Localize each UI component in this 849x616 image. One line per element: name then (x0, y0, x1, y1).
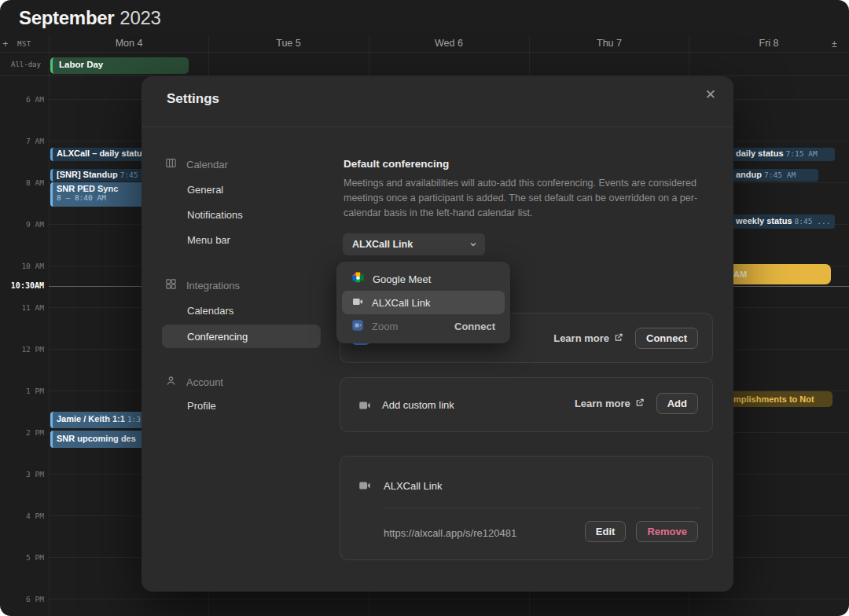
event-labor-day[interactable]: Labor Day (50, 57, 189, 74)
alxcall-url: https://alxcall.app/s/re120481 (384, 527, 516, 539)
day-header-tue[interactable]: Tue 5 (241, 38, 336, 49)
hour-label: 7 AM (0, 137, 44, 145)
google-meet-icon (351, 271, 365, 287)
sidebar-item-notifications[interactable]: Notifications (187, 209, 243, 221)
default-conferencing-description: Meetings and availabilities will auto-ad… (344, 176, 699, 221)
hour-label: 11 AM (0, 303, 44, 312)
page-title: September2023 (19, 7, 161, 29)
add-custom-link-label: Add custom link (382, 399, 454, 411)
sidebar-section-account: Account (165, 375, 223, 389)
calendar-window: September2023 + MST Mon 4 Tue 5 Wed 6 Th… (0, 0, 849, 616)
hour-label: 5 PM (0, 553, 44, 562)
dropdown-value: ALXCall Link (352, 239, 469, 250)
hour-label: 4 PM (0, 512, 44, 520)
event-jamie-keith[interactable]: Jamie / Keith 1:1 1:3 (50, 412, 151, 428)
edit-button[interactable]: Edit (585, 521, 627, 542)
add-timezone-icon[interactable]: + (2, 38, 9, 50)
hour-label: 6 PM (0, 595, 44, 603)
hour-label: 10 AM (0, 262, 44, 270)
remove-button[interactable]: Remove (636, 521, 698, 542)
menu-item-alxcall-link[interactable]: ALXCall Link (342, 291, 505, 314)
external-link-icon (614, 332, 623, 344)
current-time-label: 10:30AM (0, 281, 44, 290)
sidebar-item-calendars[interactable]: Calendars (187, 305, 233, 317)
gutter-separator (49, 35, 50, 616)
menu-item-google-meet[interactable]: Google Meet (342, 267, 505, 291)
card-divider (384, 508, 700, 508)
day-header-mon[interactable]: Mon 4 (82, 38, 176, 49)
external-link-icon (635, 398, 644, 409)
year-title: 2023 (119, 7, 160, 28)
event-snr-ped-sync[interactable]: SNR PED Sync 8 – 8:40 AM (50, 182, 146, 207)
zoom-logo-icon (351, 319, 364, 334)
person-icon (165, 375, 177, 389)
header-divider (0, 52, 849, 53)
custom-link-learn-more-link[interactable]: Learn more (575, 398, 644, 409)
timezone-toggle-icon[interactable]: ± (832, 38, 837, 50)
day-header-thu[interactable]: Thu 7 (562, 38, 656, 49)
sidebar-item-menu-bar[interactable]: Menu bar (187, 234, 230, 246)
hour-label: 3 PM (0, 470, 44, 478)
video-camera-icon (358, 398, 372, 416)
zoom-learn-more-link[interactable]: Learn more (553, 332, 623, 344)
video-camera-icon (358, 478, 372, 496)
hour-label: 6 AM (0, 95, 44, 104)
add-button[interactable]: Add (656, 393, 698, 414)
close-icon[interactable]: ✕ (705, 86, 716, 103)
chevron-down-icon (469, 237, 477, 251)
sidebar-item-profile[interactable]: Profile (187, 400, 216, 412)
sidebar-item-general[interactable]: General (187, 184, 223, 196)
timezone-label: MST (17, 40, 31, 48)
settings-modal: Settings ✕ Calendar General Notification… (142, 76, 733, 592)
modal-title: Settings (167, 91, 219, 107)
event-snr-upcoming[interactable]: SNR upcoming des (50, 431, 151, 448)
sidebar-section-integrations: Integrations (165, 278, 240, 292)
alxcall-link-title: ALXCall Link (384, 480, 442, 492)
integrations-icon (165, 278, 177, 292)
modal-divider (142, 126, 733, 127)
sidebar-item-conferencing[interactable]: Conferencing (162, 324, 321, 348)
hour-label: 1 PM (0, 387, 44, 395)
calendar-icon (165, 157, 177, 171)
conferencing-dropdown-menu: Google Meet ALXCall Link Zoom Connect (336, 262, 510, 343)
hour-label: 9 AM (0, 220, 44, 229)
add-custom-link-card: Add custom link Learn more Add (340, 377, 713, 432)
alxcall-link-card: ALXCall Link https://alxcall.app/s/re120… (340, 456, 713, 560)
video-camera-icon (351, 295, 364, 310)
day-header-fri[interactable]: Fri 8 (722, 38, 816, 49)
hour-label: 2 PM (0, 428, 44, 437)
zoom-menu-connect-action[interactable]: Connect (454, 321, 495, 332)
sidebar-section-calendar: Calendar (165, 157, 228, 171)
menu-item-zoom[interactable]: Zoom Connect (342, 314, 505, 338)
conferencing-dropdown[interactable]: ALXCall Link (343, 233, 485, 255)
default-conferencing-heading: Default conferencing (344, 158, 449, 170)
day-header-wed[interactable]: Wed 6 (402, 38, 496, 49)
event-alxcall-daily-status[interactable]: ALXCall – daily statu (50, 148, 151, 161)
hour-label: 8 AM (0, 178, 44, 187)
zoom-connect-button[interactable]: Connect (635, 328, 698, 349)
allday-label: All-day (11, 60, 41, 68)
month-title: September (19, 7, 114, 28)
hour-label: 12 PM (0, 345, 44, 354)
event-snr-standup[interactable]: [SNR] Standup 7:45 (50, 169, 151, 182)
